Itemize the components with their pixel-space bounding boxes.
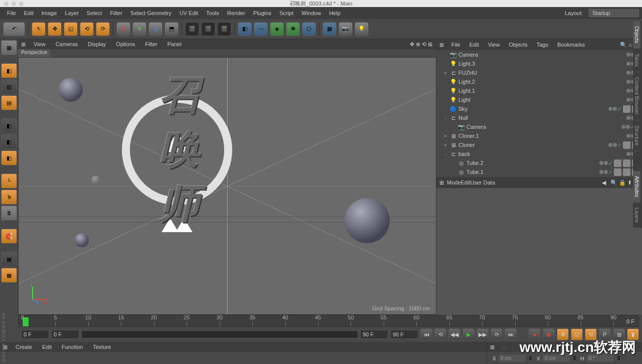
menu-render[interactable]: Render	[223, 10, 249, 16]
coord-system-button[interactable]: ⬒	[165, 22, 179, 36]
undo-button[interactable]: ↶	[3, 22, 25, 36]
axis-x-button[interactable]: X	[116, 22, 130, 36]
mat-menu-edit[interactable]: Edit	[37, 344, 57, 350]
texture-mode-button[interactable]: ▨	[1, 79, 17, 94]
camera-button[interactable]: ▦	[323, 22, 337, 36]
menu-plugins[interactable]: Plugins	[249, 10, 275, 16]
deformer-button[interactable]: ❋	[286, 22, 300, 36]
tree-row[interactable]: -⊏back✓	[436, 149, 641, 158]
workplane-lock-button[interactable]: ▦	[1, 252, 17, 267]
obj-menu-file[interactable]: File	[447, 42, 465, 48]
tree-row[interactable]: +⊏FUZHU✓	[436, 68, 641, 77]
planar-snap-button[interactable]: ▦	[1, 268, 17, 283]
tree-row[interactable]: 📷Camera✓⊘	[436, 122, 641, 131]
tree-row[interactable]: -⊏Null✓	[436, 113, 641, 122]
tree-row[interactable]: 📷Camera✓	[436, 50, 641, 59]
tree-row[interactable]: 💡Light.3✓	[436, 59, 641, 68]
mat-menu-function[interactable]: Function	[57, 344, 88, 350]
range-end-input[interactable]	[360, 330, 388, 339]
go-end-button[interactable]: ⏭	[505, 328, 517, 340]
view-menu-view[interactable]: View	[29, 41, 51, 47]
axis-z-button[interactable]: Z	[148, 22, 163, 36]
render-view-button[interactable]: 🎬	[185, 22, 199, 36]
attr-menu-mode[interactable]: Mode	[447, 179, 461, 186]
spline-button[interactable]: 〰	[254, 22, 268, 36]
rotate-button[interactable]: ⟲	[80, 22, 94, 36]
last-tool-button[interactable]: ⟳	[96, 22, 110, 36]
menu-uv-edit[interactable]: UV Edit	[176, 10, 202, 16]
range-start-input[interactable]	[51, 330, 79, 339]
tree-row[interactable]: +⊞Cloner✓	[436, 140, 641, 149]
viewport-perspective[interactable]: 召唤师 YX Grid Spacing : 1000 cm	[18, 57, 436, 315]
menu-image[interactable]: Image	[38, 10, 61, 16]
window-controls[interactable]	[4, 2, 24, 6]
workplane-button[interactable]: ▤	[1, 95, 17, 110]
minimize-icon[interactable]	[12, 2, 16, 6]
obj-menu-objects[interactable]: Objects	[504, 42, 532, 48]
attr-menu-userdata[interactable]: User Data	[470, 179, 496, 186]
polygons-mode-button[interactable]: ◧	[1, 150, 17, 165]
view-menu-options[interactable]: Options	[111, 41, 140, 47]
go-start-button[interactable]: ⏮	[420, 328, 432, 340]
current-frame-input[interactable]	[21, 330, 49, 339]
menu-edit[interactable]: Edit	[20, 10, 38, 16]
menu-filter[interactable]: Filter	[106, 10, 126, 16]
menu-script[interactable]: Script	[275, 10, 297, 16]
prev-key-button[interactable]: ◀◀	[448, 328, 460, 340]
viewport-nav-icons[interactable]: ✥ ⊕ ⟲ ⊞	[405, 41, 436, 48]
tree-row[interactable]: +⊞Cloner.1✓	[436, 131, 641, 140]
side-tab-attributes[interactable]: Attributes	[633, 171, 640, 203]
obj-menu-tags[interactable]: Tags	[532, 42, 553, 48]
end-frame-input[interactable]	[390, 330, 418, 339]
view-menu-panel[interactable]: Panel	[163, 41, 187, 47]
step-fwd-button[interactable]: ⟳	[491, 328, 503, 340]
snap-button[interactable]: 🧲	[1, 229, 17, 244]
object-mode-button[interactable]: ◧	[1, 63, 17, 78]
tree-row[interactable]: ◎Tube.2✓	[436, 158, 641, 167]
points-mode-button[interactable]: ◧	[1, 118, 17, 133]
generator-button[interactable]: ◈	[270, 22, 284, 36]
view-menu-cameras[interactable]: Cameras	[51, 41, 83, 47]
tree-row[interactable]: ◎Tube.1✓	[436, 167, 641, 176]
obj-menu-bookmarks[interactable]: Bookmarks	[553, 42, 589, 48]
menu-select[interactable]: Select	[83, 10, 106, 16]
layout-dropdown[interactable]: Startup	[589, 9, 639, 17]
edges-mode-button[interactable]: ◧	[1, 134, 17, 149]
view-menu-filter[interactable]: Filter	[140, 41, 162, 47]
viewport-solo-button[interactable]: S	[1, 206, 17, 221]
step-back-button[interactable]: ⟲	[434, 328, 446, 340]
tree-row[interactable]: ◎Tube✓	[436, 176, 641, 177]
maximize-icon[interactable]	[19, 2, 24, 6]
close-icon[interactable]	[4, 2, 9, 6]
mat-menu-texture[interactable]: Texture	[88, 344, 116, 350]
menu-file[interactable]: File	[3, 10, 20, 16]
menu-window[interactable]: Window	[297, 10, 325, 16]
bulb-button[interactable]: 💡	[355, 22, 369, 36]
next-key-button[interactable]: ▶▶	[476, 328, 489, 340]
play-button[interactable]: ▶	[462, 328, 474, 340]
primitive-button[interactable]: ◧	[238, 22, 252, 36]
tree-row[interactable]: 💡Light.2✓	[436, 77, 641, 86]
timeline-range-slider[interactable]	[81, 330, 358, 338]
move-button[interactable]: ✥	[48, 22, 62, 36]
object-tree[interactable]: 📷Camera✓💡Light.3✓+⊏FUZHU✓💡Light.2✓💡Light…	[436, 50, 642, 177]
mat-menu-create[interactable]: Create	[11, 344, 37, 350]
axis-button[interactable]: └	[1, 173, 17, 189]
side-tab-objects[interactable]: Objects	[633, 21, 640, 49]
tweak-button[interactable]: 🖱	[1, 190, 17, 205]
axis-y-button[interactable]: Y	[132, 22, 146, 36]
side-tab-structure[interactable]: Structure	[633, 120, 640, 151]
tree-row[interactable]: 🔵Sky✓	[436, 104, 641, 113]
tree-row[interactable]: 💡Light✓	[436, 95, 641, 104]
render-region-button[interactable]: 🎬	[201, 22, 215, 36]
environment-button[interactable]: ⬡	[302, 22, 316, 36]
scale-button[interactable]: ◱	[64, 22, 78, 36]
menu-tools[interactable]: Tools	[202, 10, 223, 16]
tree-row[interactable]: 💡Light.1✓	[436, 86, 641, 95]
render-settings-button[interactable]: 🎬	[217, 22, 231, 36]
light-button[interactable]: 📷	[339, 22, 353, 36]
obj-menu-view[interactable]: View	[484, 42, 505, 48]
timeline-ruler[interactable]: 0 F 051015202530354045505560657075808590	[18, 315, 639, 327]
side-tab-takes[interactable]: Takes	[633, 49, 640, 72]
side-tab-content[interactable]: Content Browser	[633, 72, 640, 120]
